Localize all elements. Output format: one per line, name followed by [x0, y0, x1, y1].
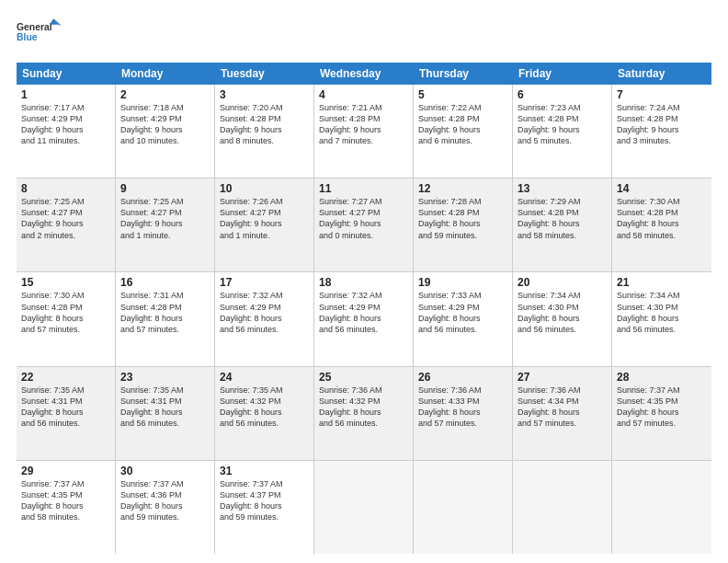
header-thursday: Thursday [414, 63, 513, 85]
cell-info: Sunrise: 7:22 AMSunset: 4:28 PMDaylight:… [418, 102, 507, 147]
day-number: 28 [617, 371, 707, 384]
day-number: 14 [617, 182, 707, 195]
calendar-week-2: 8Sunrise: 7:25 AMSunset: 4:27 PMDaylight… [17, 178, 711, 272]
day-number: 30 [120, 465, 210, 477]
day-number: 29 [21, 465, 110, 477]
cell-info: Sunrise: 7:37 AMSunset: 4:35 PMDaylight:… [21, 478, 110, 523]
day-number: 7 [617, 88, 707, 101]
calendar-cell [314, 461, 414, 554]
calendar-cell: 29Sunrise: 7:37 AMSunset: 4:35 PMDayligh… [17, 461, 116, 554]
calendar-cell: 5Sunrise: 7:22 AMSunset: 4:28 PMDaylight… [414, 85, 513, 178]
calendar-cell [513, 461, 612, 554]
calendar-cell: 23Sunrise: 7:35 AMSunset: 4:31 PMDayligh… [116, 367, 215, 460]
cell-info: Sunrise: 7:26 AMSunset: 4:27 PMDaylight:… [220, 196, 309, 241]
day-number: 18 [319, 276, 408, 289]
day-number: 2 [120, 88, 210, 101]
calendar-header: Sunday Monday Tuesday Wednesday Thursday… [17, 63, 711, 85]
cell-info: Sunrise: 7:37 AMSunset: 4:36 PMDaylight:… [120, 478, 210, 523]
svg-text:Blue: Blue [17, 32, 38, 42]
calendar-cell: 12Sunrise: 7:28 AMSunset: 4:28 PMDayligh… [414, 178, 513, 271]
day-number: 16 [120, 276, 210, 289]
cell-info: Sunrise: 7:35 AMSunset: 4:32 PMDaylight:… [220, 385, 309, 430]
cell-info: Sunrise: 7:28 AMSunset: 4:28 PMDaylight:… [418, 196, 507, 241]
cell-info: Sunrise: 7:33 AMSunset: 4:29 PMDaylight:… [418, 290, 507, 335]
day-number: 31 [220, 465, 309, 477]
calendar-week-4: 22Sunrise: 7:35 AMSunset: 4:31 PMDayligh… [17, 367, 711, 461]
day-number: 17 [220, 276, 309, 289]
cell-info: Sunrise: 7:37 AMSunset: 4:35 PMDaylight:… [617, 385, 707, 430]
day-number: 15 [21, 276, 110, 289]
calendar-cell: 30Sunrise: 7:37 AMSunset: 4:36 PMDayligh… [116, 461, 215, 554]
calendar-cell: 21Sunrise: 7:34 AMSunset: 4:30 PMDayligh… [612, 272, 711, 365]
cell-info: Sunrise: 7:32 AMSunset: 4:29 PMDaylight:… [319, 290, 408, 335]
cell-info: Sunrise: 7:34 AMSunset: 4:30 PMDaylight:… [617, 290, 707, 335]
page: General Blue Sunday Monday Tuesday Wedne… [0, 0, 728, 563]
calendar-cell: 17Sunrise: 7:32 AMSunset: 4:29 PMDayligh… [215, 272, 314, 365]
day-number: 23 [120, 371, 210, 384]
cell-info: Sunrise: 7:21 AMSunset: 4:28 PMDaylight:… [319, 102, 408, 147]
cell-info: Sunrise: 7:32 AMSunset: 4:29 PMDaylight:… [220, 290, 309, 335]
day-number: 1 [21, 88, 110, 101]
cell-info: Sunrise: 7:36 AMSunset: 4:32 PMDaylight:… [319, 385, 408, 430]
svg-text:General: General [17, 22, 52, 32]
day-number: 9 [120, 182, 210, 195]
logo: General Blue [17, 17, 64, 53]
cell-info: Sunrise: 7:36 AMSunset: 4:33 PMDaylight:… [418, 385, 507, 430]
calendar-cell: 22Sunrise: 7:35 AMSunset: 4:31 PMDayligh… [17, 367, 116, 460]
calendar-cell: 1Sunrise: 7:17 AMSunset: 4:29 PMDaylight… [17, 85, 116, 178]
calendar-cell: 10Sunrise: 7:26 AMSunset: 4:27 PMDayligh… [215, 178, 314, 271]
header-friday: Friday [513, 63, 612, 85]
calendar-cell: 4Sunrise: 7:21 AMSunset: 4:28 PMDaylight… [314, 85, 414, 178]
day-number: 20 [518, 276, 607, 289]
cell-info: Sunrise: 7:29 AMSunset: 4:28 PMDaylight:… [518, 196, 607, 241]
day-number: 22 [21, 371, 110, 384]
day-number: 11 [319, 182, 408, 195]
calendar: Sunday Monday Tuesday Wednesday Thursday… [17, 63, 711, 554]
day-number: 26 [418, 371, 507, 384]
cell-info: Sunrise: 7:24 AMSunset: 4:28 PMDaylight:… [617, 102, 707, 147]
calendar-week-1: 1Sunrise: 7:17 AMSunset: 4:29 PMDaylight… [17, 85, 711, 178]
calendar-cell: 31Sunrise: 7:37 AMSunset: 4:37 PMDayligh… [215, 461, 314, 554]
calendar-cell [414, 461, 513, 554]
cell-info: Sunrise: 7:30 AMSunset: 4:28 PMDaylight:… [21, 290, 110, 335]
calendar-cell: 11Sunrise: 7:27 AMSunset: 4:27 PMDayligh… [314, 178, 414, 271]
calendar-cell: 6Sunrise: 7:23 AMSunset: 4:28 PMDaylight… [513, 85, 612, 178]
calendar-week-5: 29Sunrise: 7:37 AMSunset: 4:35 PMDayligh… [17, 461, 711, 554]
svg-marker-2 [50, 18, 59, 25]
calendar-cell: 28Sunrise: 7:37 AMSunset: 4:35 PMDayligh… [612, 367, 711, 460]
header: General Blue [17, 17, 711, 53]
header-sunday: Sunday [17, 63, 116, 85]
header-tuesday: Tuesday [215, 63, 314, 85]
cell-info: Sunrise: 7:31 AMSunset: 4:28 PMDaylight:… [120, 290, 210, 335]
calendar-cell: 9Sunrise: 7:25 AMSunset: 4:27 PMDaylight… [116, 178, 215, 271]
day-number: 10 [220, 182, 309, 195]
calendar-cell [612, 461, 711, 554]
calendar-cell: 18Sunrise: 7:32 AMSunset: 4:29 PMDayligh… [314, 272, 414, 365]
cell-info: Sunrise: 7:37 AMSunset: 4:37 PMDaylight:… [220, 478, 309, 523]
calendar-cell: 20Sunrise: 7:34 AMSunset: 4:30 PMDayligh… [513, 272, 612, 365]
cell-info: Sunrise: 7:20 AMSunset: 4:28 PMDaylight:… [220, 102, 309, 147]
logo-svg: General Blue [17, 17, 64, 53]
calendar-cell: 13Sunrise: 7:29 AMSunset: 4:28 PMDayligh… [513, 178, 612, 271]
cell-info: Sunrise: 7:25 AMSunset: 4:27 PMDaylight:… [21, 196, 110, 241]
day-number: 5 [418, 88, 507, 101]
calendar-cell: 15Sunrise: 7:30 AMSunset: 4:28 PMDayligh… [17, 272, 116, 365]
day-number: 3 [220, 88, 309, 101]
calendar-cell: 27Sunrise: 7:36 AMSunset: 4:34 PMDayligh… [513, 367, 612, 460]
calendar-cell: 24Sunrise: 7:35 AMSunset: 4:32 PMDayligh… [215, 367, 314, 460]
calendar-week-3: 15Sunrise: 7:30 AMSunset: 4:28 PMDayligh… [17, 272, 711, 366]
cell-info: Sunrise: 7:30 AMSunset: 4:28 PMDaylight:… [617, 196, 707, 241]
day-number: 27 [518, 371, 607, 384]
day-number: 25 [319, 371, 408, 384]
calendar-cell: 7Sunrise: 7:24 AMSunset: 4:28 PMDaylight… [612, 85, 711, 178]
calendar-cell: 25Sunrise: 7:36 AMSunset: 4:32 PMDayligh… [314, 367, 414, 460]
header-monday: Monday [116, 63, 215, 85]
day-number: 21 [617, 276, 707, 289]
header-saturday: Saturday [612, 63, 711, 85]
calendar-cell: 2Sunrise: 7:18 AMSunset: 4:29 PMDaylight… [116, 85, 215, 178]
cell-info: Sunrise: 7:17 AMSunset: 4:29 PMDaylight:… [21, 102, 110, 147]
calendar-cell: 14Sunrise: 7:30 AMSunset: 4:28 PMDayligh… [612, 178, 711, 271]
day-number: 8 [21, 182, 110, 195]
cell-info: Sunrise: 7:25 AMSunset: 4:27 PMDaylight:… [120, 196, 210, 241]
calendar-cell: 3Sunrise: 7:20 AMSunset: 4:28 PMDaylight… [215, 85, 314, 178]
